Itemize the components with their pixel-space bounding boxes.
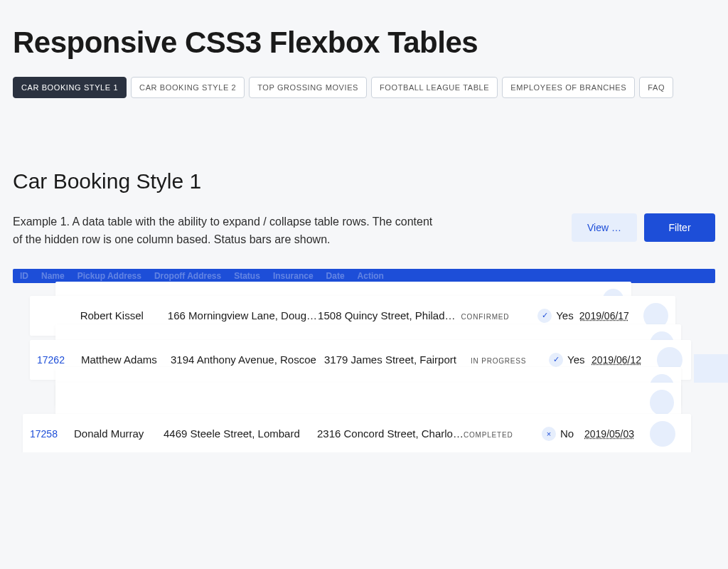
customer-name: Matthew Adams <box>81 353 171 366</box>
expand-icon[interactable] <box>650 421 675 447</box>
check-icon: ✓ <box>549 353 563 367</box>
tab-faq[interactable]: FAQ <box>639 77 673 98</box>
tab-top-grossing-movies[interactable]: TOP GROSSING MOVIES <box>249 77 367 98</box>
table-headers: ID Name Pickup Address Dropoff Address S… <box>20 271 708 281</box>
status-badge: IN PROGRESS <box>471 353 549 366</box>
section-car-booking-1: Car Booking Style 1 Example 1. A data ta… <box>13 169 715 440</box>
tab-car-booking-style-2[interactable]: CAR BOOKING STYLE 2 <box>131 77 245 98</box>
insurance-cell: ✓Yes <box>549 353 592 367</box>
filter-button[interactable]: Filter <box>644 213 715 242</box>
insurance-cell: ✓Yes <box>537 309 579 323</box>
status-badge <box>473 396 547 408</box>
booking-date: 2019/06/12 <box>592 354 657 366</box>
pickup-address: 4469 Steele Street, Lombard <box>164 427 317 440</box>
page-title: Responsive CSS3 Flexbox Tables <box>13 26 715 60</box>
example-description: Example 1. A data table with the ability… <box>13 213 439 249</box>
dropoff-address: 1508 Quincy Street, Philadelph <box>318 309 461 321</box>
insurance-cell: ×No <box>542 427 584 441</box>
tab-car-booking-style-1[interactable]: CAR BOOKING STYLE 1 <box>13 77 127 98</box>
row-action[interactable] <box>650 421 675 447</box>
status-badge: CONFIRMED <box>461 309 538 321</box>
booking-id-link[interactable]: 17262 <box>37 354 81 366</box>
section-heading: Car Booking Style 1 <box>13 169 715 193</box>
view-button[interactable]: View … <box>572 213 637 242</box>
customer-name: Donald Murray <box>74 427 164 440</box>
bookings-table: ID Name Pickup Address Dropoff Address S… <box>13 269 715 440</box>
expand-icon[interactable] <box>650 390 674 415</box>
tab-employees-of-branches[interactable]: EMPLOYEES OF BRANCHES <box>502 77 635 98</box>
booking-date: 2019/06/17 <box>579 310 643 321</box>
row-action[interactable] <box>650 390 674 415</box>
status-badge: COMPLETED <box>464 427 542 440</box>
table-actions: View … Filter <box>572 213 715 242</box>
expanded-row-hint <box>694 354 728 383</box>
cross-icon: × <box>542 427 556 441</box>
check-icon: ✓ <box>537 309 552 323</box>
pickup-address: 166 Morningview Lane, Dougherty <box>168 309 318 321</box>
booking-date: 2019/05/03 <box>584 428 650 440</box>
tab-football-league-table[interactable]: FOOTBALL LEAGUE TABLE <box>371 77 498 98</box>
customer-name: Robert Kissel <box>80 309 168 321</box>
dropoff-address: 2316 Concord Street, Charlotte <box>317 427 464 440</box>
booking-id-link[interactable]: 17258 <box>30 428 74 440</box>
dropoff-address: 3179 James Street, Fairport <box>324 353 471 366</box>
pickup-address: 3194 Anthony Avenue, Roscoe <box>171 353 324 366</box>
tabs: CAR BOOKING STYLE 1 CAR BOOKING STYLE 2 … <box>13 77 715 98</box>
table-row[interactable]: 17258Donald Murray4469 Steele Street, Lo… <box>23 414 691 452</box>
